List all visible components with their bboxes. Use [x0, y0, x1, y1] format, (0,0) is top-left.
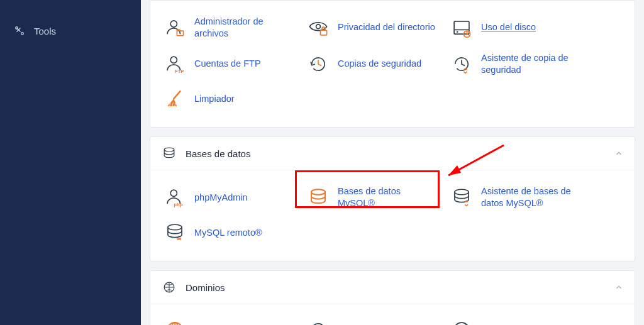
item-label: Asistente de bases de datos MySQL® — [481, 185, 582, 209]
item-directory-privacy[interactable]: Privacidad del directorio — [301, 9, 445, 46]
disk-icon — [451, 17, 472, 38]
item-label: Privacidad del directorio — [338, 21, 435, 33]
globe-orange-icon — [164, 319, 186, 325]
user-php-icon: php — [164, 187, 186, 208]
sidebar: Tools — [0, 0, 141, 325]
item-domains[interactable]: Dominios — [158, 313, 301, 325]
clock-back-icon — [308, 53, 329, 75]
item-label: MySQL remoto® — [194, 227, 262, 239]
eye-lock-icon — [308, 17, 329, 38]
sidebar-item-label: Tools — [34, 26, 56, 36]
item-redirects[interactable]: Redirige — [301, 313, 445, 325]
item-label: Asistente de copia de seguridad — [481, 52, 582, 76]
item-backup-wizard[interactable]: Asistente de copia de seguridad — [445, 46, 588, 82]
panel-header-databases[interactable]: Bases de datos — [150, 137, 635, 170]
svg-text:FTP: FTP — [175, 69, 184, 74]
item-mysql-remote[interactable]: MySQL remoto® — [158, 216, 301, 250]
svg-point-16 — [455, 189, 469, 195]
item-label: Cuentas de FTP — [194, 58, 261, 70]
svg-point-8 — [457, 31, 458, 33]
user-folder-icon — [164, 17, 186, 38]
item-label: phpMyAdmin — [194, 192, 248, 204]
item-mysql-wizard[interactable]: Asistente de bases de datos MySQL® — [445, 179, 588, 216]
domains-panel: Dominios Dominios — [150, 270, 635, 325]
svg-point-17 — [168, 224, 182, 230]
user-ftp-icon: FTP — [164, 53, 186, 75]
chevron-up-icon — [614, 283, 623, 292]
svg-text:php: php — [174, 202, 182, 208]
wrench-icon — [14, 25, 25, 36]
redirect-icon — [308, 319, 329, 325]
svg-point-2 — [170, 21, 177, 27]
svg-point-4 — [316, 25, 321, 29]
item-mysql-databases[interactable]: Bases de datos MySQL® — [301, 179, 445, 216]
item-phpmyadmin[interactable]: php phpMyAdmin — [158, 179, 301, 216]
files-panel: Administrador de archivos Privacidad del… — [150, 0, 635, 128]
rocket-icon — [451, 319, 472, 325]
item-ftp-accounts[interactable]: FTP Cuentas de FTP — [158, 46, 301, 82]
database-remote-icon — [164, 222, 186, 243]
svg-point-15 — [311, 189, 325, 195]
broom-icon — [164, 88, 186, 109]
database-orange-icon — [308, 187, 329, 208]
item-backups[interactable]: Copias de seguridad — [301, 46, 445, 82]
panel-title: Dominios — [186, 282, 225, 293]
panel-title: Bases de datos — [186, 148, 250, 159]
main-content: Administrador de archivos Privacidad del… — [141, 0, 644, 325]
item-label: Bases de datos MySQL® — [338, 185, 438, 209]
svg-point-1 — [21, 33, 24, 35]
svg-point-12 — [164, 148, 174, 151]
item-cleaner[interactable]: Limpiador — [158, 82, 301, 116]
item-label: Limpiador — [194, 93, 235, 105]
globe-icon — [162, 280, 177, 295]
svg-point-13 — [170, 190, 177, 196]
item-label: Administrador de archivos — [194, 16, 295, 40]
item-label: Copias de seguridad — [338, 58, 421, 70]
clock-wizard-icon — [451, 53, 472, 75]
svg-rect-5 — [320, 30, 326, 35]
databases-panel: Bases de datos php phpMyAdmin — [150, 136, 635, 262]
item-label: Uso del disco — [481, 21, 536, 33]
chevron-up-icon — [614, 149, 623, 158]
panel-header-domains[interactable]: Dominios — [150, 271, 635, 304]
database-wizard-icon — [451, 187, 472, 208]
svg-point-10 — [170, 57, 177, 63]
sidebar-item-tools[interactable]: Tools — [0, 18, 141, 44]
item-disk-usage[interactable]: Uso del disco — [445, 9, 588, 46]
item-zone-editor[interactable]: Zone Editor — [445, 313, 588, 325]
svg-point-24 — [454, 322, 469, 325]
item-file-manager[interactable]: Administrador de archivos — [158, 9, 301, 46]
database-icon — [162, 146, 177, 161]
